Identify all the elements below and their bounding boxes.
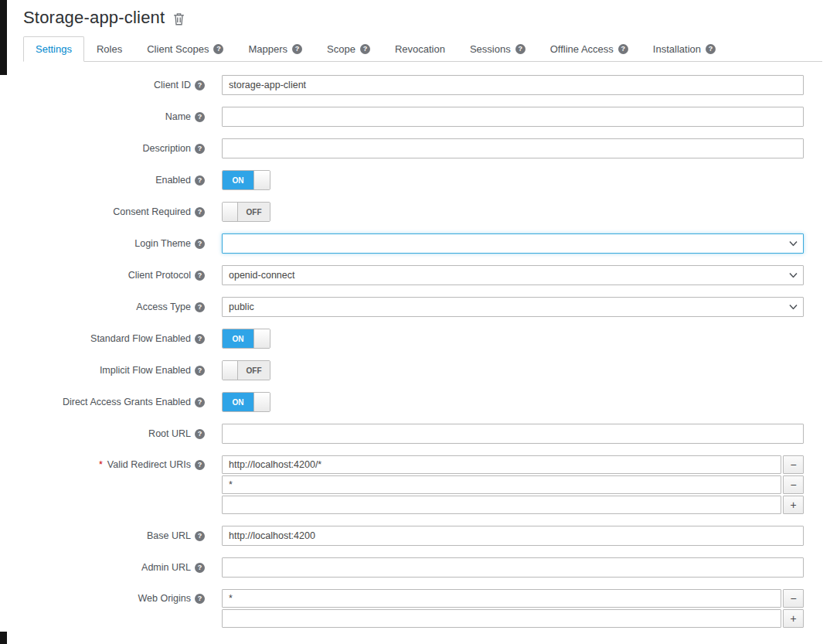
redirect-uri-input[interactable] <box>222 475 781 494</box>
tab-revocation[interactable]: Revocation <box>383 36 458 62</box>
client-settings-page: Storage-app-client Settings Roles Client… <box>0 0 830 628</box>
add-redirect-uri-button[interactable]: + <box>783 496 804 514</box>
chevron-down-icon <box>789 273 798 278</box>
help-icon: ? <box>195 302 205 312</box>
tab-offline-access[interactable]: Offline Access? <box>538 36 641 62</box>
help-icon: ? <box>213 44 223 54</box>
description-input[interactable] <box>222 138 804 158</box>
tab-settings[interactable]: Settings <box>23 36 84 62</box>
settings-form: Client ID ? Name ? Description ? <box>23 62 804 628</box>
field-row-login-theme: Login Theme ? <box>23 233 804 254</box>
field-row-description: Description ? <box>23 138 804 158</box>
help-icon: ? <box>195 271 205 281</box>
redirect-uri-row: − <box>222 455 804 474</box>
help-icon: ? <box>195 563 205 573</box>
redirect-uri-input[interactable] <box>222 496 781 514</box>
tab-roles[interactable]: Roles <box>84 36 134 62</box>
help-icon: ? <box>195 594 205 604</box>
login-theme-select[interactable] <box>222 233 804 254</box>
redirect-uri-row: − <box>222 475 804 494</box>
help-icon: ? <box>195 112 205 122</box>
implicit-flow-label: Implicit Flow Enabled ? <box>23 360 205 380</box>
web-origin-row: − <box>222 589 804 608</box>
help-icon: ? <box>195 207 205 217</box>
tab-mappers[interactable]: Mappers? <box>236 36 315 62</box>
help-icon: ? <box>195 397 205 407</box>
enabled-toggle[interactable]: ON <box>222 170 270 190</box>
trash-icon <box>173 12 185 26</box>
help-icon: ? <box>195 239 205 249</box>
tab-sessions[interactable]: Sessions? <box>458 36 538 62</box>
delete-client-icon[interactable] <box>173 10 185 26</box>
field-row-consent-required: Consent Required ? OFF <box>23 202 804 222</box>
field-row-client-protocol: Client Protocol ? openid-connect <box>23 265 804 285</box>
tab-client-scopes[interactable]: Client Scopes? <box>134 36 236 62</box>
help-icon: ? <box>195 531 205 541</box>
web-origin-input[interactable] <box>222 589 781 608</box>
field-row-name: Name ? <box>23 107 804 127</box>
toggle-handle <box>253 171 270 189</box>
field-row-valid-redirect-uris: * Valid Redirect URIs ? − − + <box>23 455 804 514</box>
direct-access-label: Direct Access Grants Enabled ? <box>23 392 205 412</box>
web-origins-label: Web Origins ? <box>23 589 205 608</box>
field-row-direct-access: Direct Access Grants Enabled ? ON <box>23 392 804 412</box>
redirect-uri-input[interactable] <box>222 455 781 474</box>
help-icon: ? <box>292 44 302 54</box>
remove-web-origin-button[interactable]: − <box>783 589 804 608</box>
tab-scope[interactable]: Scope? <box>315 36 383 62</box>
redirect-uri-row: + <box>222 496 804 514</box>
toggle-off-label: OFF <box>238 203 270 221</box>
chevron-down-icon <box>789 241 798 247</box>
add-web-origin-button[interactable]: + <box>783 609 804 628</box>
help-icon: ? <box>195 460 205 470</box>
login-theme-label: Login Theme ? <box>23 233 205 254</box>
toggle-on-label: ON <box>223 329 253 348</box>
toggle-handle <box>223 361 238 380</box>
tab-installation[interactable]: Installation? <box>641 36 728 62</box>
help-icon: ? <box>618 44 628 54</box>
field-row-standard-flow: Standard Flow Enabled ? ON <box>23 329 804 349</box>
client-protocol-label: Client Protocol ? <box>23 265 205 285</box>
field-row-web-origins: Web Origins ? − + <box>23 589 804 628</box>
standard-flow-toggle[interactable]: ON <box>222 329 270 349</box>
name-input[interactable] <box>222 107 804 127</box>
field-row-admin-url: Admin URL ? <box>23 557 804 578</box>
implicit-flow-toggle[interactable]: OFF <box>222 360 270 380</box>
page-header: Storage-app-client <box>23 8 804 28</box>
client-protocol-select[interactable]: openid-connect <box>222 265 804 285</box>
admin-url-input[interactable] <box>222 557 804 578</box>
client-protocol-value: openid-connect <box>229 270 294 281</box>
toggle-on-label: ON <box>223 393 253 411</box>
help-icon: ? <box>515 44 526 54</box>
root-url-label: Root URL ? <box>23 424 205 444</box>
direct-access-toggle[interactable]: ON <box>222 392 270 412</box>
enabled-label: Enabled ? <box>23 170 205 190</box>
web-origin-row: + <box>222 609 804 628</box>
consent-required-toggle[interactable]: OFF <box>222 202 270 222</box>
left-nav-edge-bottom <box>0 632 7 644</box>
left-nav-edge-top <box>0 0 7 75</box>
client-tabs: Settings Roles Client Scopes? Mappers? S… <box>23 36 822 62</box>
web-origin-input[interactable] <box>222 609 781 628</box>
access-type-value: public <box>229 302 254 312</box>
consent-required-label: Consent Required ? <box>23 202 205 222</box>
root-url-input[interactable] <box>222 424 804 444</box>
field-row-enabled: Enabled ? ON <box>23 170 804 190</box>
help-icon: ? <box>195 334 205 344</box>
base-url-input[interactable] <box>222 526 804 546</box>
remove-redirect-uri-button[interactable]: − <box>783 475 804 494</box>
access-type-label: Access Type ? <box>23 297 205 317</box>
client-id-input[interactable] <box>222 75 804 95</box>
field-row-client-id: Client ID ? <box>23 75 804 95</box>
access-type-select[interactable]: public <box>222 297 804 317</box>
chevron-down-icon <box>789 305 798 310</box>
page-title: Storage-app-client <box>23 8 165 28</box>
toggle-on-label: ON <box>223 171 253 189</box>
valid-redirect-uris-label: * Valid Redirect URIs ? <box>23 455 205 474</box>
help-icon: ? <box>195 80 205 90</box>
name-label: Name ? <box>23 107 205 127</box>
remove-redirect-uri-button[interactable]: − <box>783 455 804 474</box>
field-row-implicit-flow: Implicit Flow Enabled ? OFF <box>23 360 804 380</box>
required-marker: * <box>99 459 103 470</box>
help-icon: ? <box>195 366 205 376</box>
